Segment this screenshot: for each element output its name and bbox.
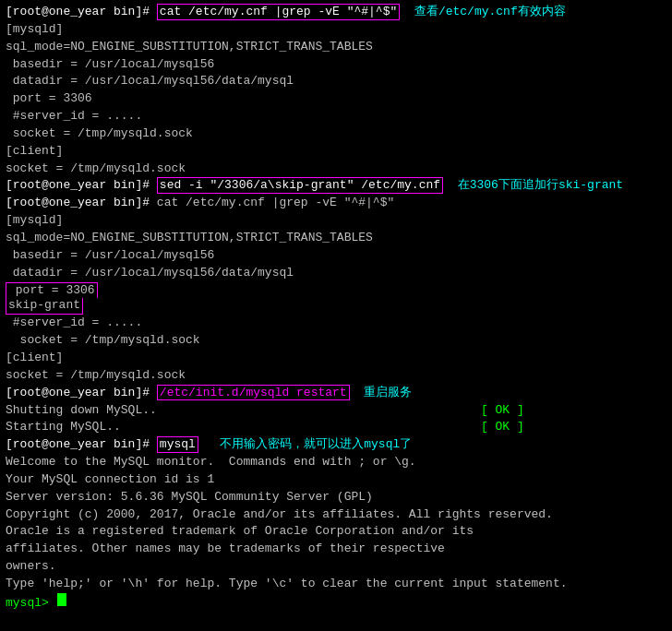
terminal-line: [root@one_year bin]# sed -i "/3306/a\ski… <box>6 177 666 195</box>
terminal-line: socket = /tmp/mysqld.sock <box>6 367 666 385</box>
output-text: sql_mode=NO_ENGINE_SUBSTITUTION,STRICT_T… <box>6 39 373 56</box>
terminal-line: basedir = /usr/local/mysql56 <box>6 247 666 265</box>
terminal-line: #server_id = ..... <box>6 108 666 125</box>
annotation-note: 查看/etc/my.cnf有效内容 <box>400 4 565 21</box>
terminal-line: [client] <box>6 143 666 161</box>
output-text: datadir = /usr/local/mysql56/data/mysql <box>6 265 294 282</box>
output-text: Copyright (c) 2000, 2017, Oracle and/or … <box>6 506 553 524</box>
prompt: [root@one_year bin]# <box>6 4 157 21</box>
terminal-line: datadir = /usr/local/mysql56/data/mysql <box>6 265 666 282</box>
skip-grant-box: skip-grant <box>6 298 83 315</box>
output-text: Oracle is a registered trademark of Orac… <box>6 523 474 541</box>
output-text: Shutting down MySQL.. <box>6 402 481 420</box>
ok-label: OK <box>496 419 510 436</box>
terminal-cursor <box>57 593 66 606</box>
output-text: socket = /tmp/mysqld.sock <box>6 161 186 178</box>
terminal-line: skip-grant <box>6 298 666 315</box>
output-text: Welcome to the MySQL monitor. Commands e… <box>6 454 416 471</box>
output-text: socket = /tmp/mysqld.sock <box>6 125 193 143</box>
prompt: [root@one_year bin]# <box>6 385 157 402</box>
ok-bracket: [ <box>481 419 496 436</box>
port-skip-box-start: port = 3306 <box>6 282 98 299</box>
terminal-line: datadir = /usr/local/mysql56/data/mysql <box>6 73 666 90</box>
annotation-note: 不用输入密码，就可以进入mysql了 <box>198 436 412 454</box>
terminal-line: affiliates. Other names may be trademark… <box>6 541 666 558</box>
terminal-line: owners. <box>6 558 666 576</box>
output-text: [client] <box>6 350 63 367</box>
command-magenta: /etc/init.d/mysqld restart <box>157 385 350 401</box>
command-text: cat /etc/my.cnf |grep -vE "^#|^$" <box>157 4 400 20</box>
terminal-line: Welcome to the MySQL monitor. Commands e… <box>6 454 666 471</box>
prompt: [root@one_year bin]# <box>6 177 157 195</box>
prompt: [root@one_year bin]# <box>6 436 157 454</box>
terminal-line: socket = /tmp/mysqld.sock <box>6 161 666 178</box>
output-text: socket = /tmp/mysqld.sock <box>6 332 200 350</box>
terminal-line: [mysqld] <box>6 21 666 39</box>
output-text: Server version: 5.6.36 MySQL Community S… <box>6 489 373 506</box>
output-text: basedir = /usr/local/mysql56 <box>6 247 214 265</box>
output-text: socket = /tmp/mysqld.sock <box>6 367 186 385</box>
terminal-line: [root@one_year bin]# cat /etc/my.cnf |gr… <box>6 195 666 212</box>
terminal-line: socket = /tmp/mysqld.sock <box>6 332 666 350</box>
terminal-line: Type 'help;' or '\h' for help. Type '\c'… <box>6 576 666 593</box>
terminal-line: port = 3306 <box>6 90 666 108</box>
output-text: #server_id = ..... <box>6 315 142 332</box>
terminal-line: sql_mode=NO_ENGINE_SUBSTITUTION,STRICT_T… <box>6 230 666 247</box>
terminal-line: [mysqld] <box>6 212 666 230</box>
terminal-line: sql_mode=NO_ENGINE_SUBSTITUTION,STRICT_T… <box>6 39 666 56</box>
output-text: basedir = /usr/local/mysql56 <box>6 56 214 74</box>
terminal-line: Shutting down MySQL.. [ OK ] <box>6 402 666 420</box>
ok-label: OK <box>496 402 510 420</box>
output-text: [mysqld] <box>6 21 63 39</box>
terminal-line: mysql> <box>6 593 666 613</box>
output-text: Starting MySQL.. <box>6 419 481 436</box>
terminal-line: basedir = /usr/local/mysql56 <box>6 56 666 74</box>
output-text: [client] <box>6 143 63 161</box>
annotation-note: 在3306下面追加行ski-grant <box>443 177 623 195</box>
terminal-line: [root@one_year bin]# /etc/init.d/mysqld … <box>6 385 666 402</box>
terminal-line: Oracle is a registered trademark of Orac… <box>6 523 666 541</box>
terminal-line: port = 3306 <box>6 282 666 299</box>
terminal-line: [client] <box>6 350 666 367</box>
terminal-line: Server version: 5.6.36 MySQL Community S… <box>6 489 666 506</box>
ok-bracket: [ <box>481 402 496 420</box>
output-text: owners. <box>6 558 56 576</box>
output-text: [mysqld] <box>6 212 63 230</box>
prompt: [root@one_year bin]# <box>6 195 157 212</box>
output-text: Type 'help;' or '\h' for help. Type '\c'… <box>6 576 568 593</box>
terminal-line: [root@one_year bin]# mysql 不用输入密码，就可以进入m… <box>6 436 666 454</box>
output-text: affiliates. Other names may be trademark… <box>6 541 445 558</box>
annotation-note: 重启服务 <box>350 385 413 402</box>
terminal-window: [root@one_year bin]# cat /etc/my.cnf |gr… <box>0 0 672 631</box>
ok-bracket: ] <box>510 419 524 436</box>
output-text: Your MySQL connection id is 1 <box>6 471 214 489</box>
output-text: port = 3306 <box>6 90 92 108</box>
ok-bracket: ] <box>510 402 524 420</box>
command-text: sed -i "/3306/a\skip-grant" /etc/my.cnf <box>157 177 443 194</box>
terminal-line: #server_id = ..... <box>6 315 666 332</box>
output-text: sql_mode=NO_ENGINE_SUBSTITUTION,STRICT_T… <box>6 230 373 247</box>
terminal-line: Starting MySQL.. [ OK ] <box>6 419 666 436</box>
output-text: datadir = /usr/local/mysql56/data/mysql <box>6 73 294 90</box>
terminal-line: socket = /tmp/mysqld.sock <box>6 125 666 143</box>
mysql-prompt: mysql> <box>6 595 56 613</box>
terminal-line: Your MySQL connection id is 1 <box>6 471 666 489</box>
command-text: mysql <box>157 436 198 453</box>
terminal-line: Copyright (c) 2000, 2017, Oracle and/or … <box>6 506 666 524</box>
output-text: #server_id = ..... <box>6 108 142 125</box>
output-text: cat /etc/my.cnf |grep -vE "^#|^$" <box>157 195 394 212</box>
terminal-line: [root@one_year bin]# cat /etc/my.cnf |gr… <box>6 4 666 21</box>
